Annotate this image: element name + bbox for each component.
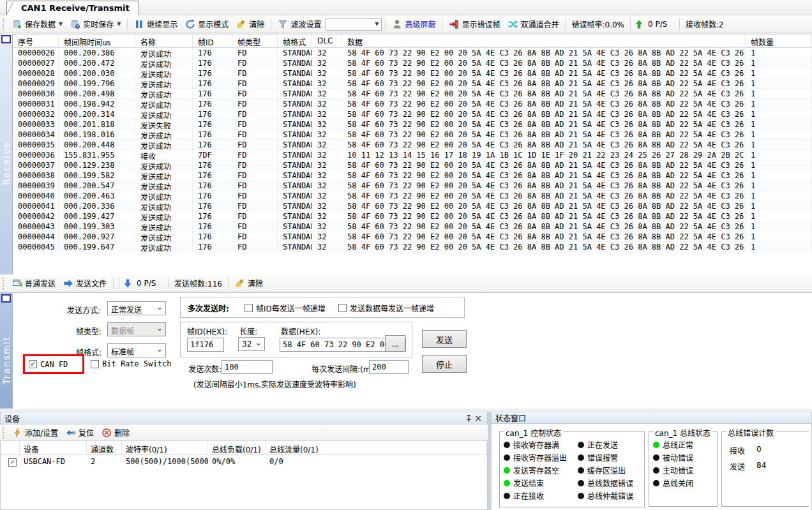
table-row[interactable]: 00000028000.200.030发送成功176FDSTANDARD3258… (13, 68, 812, 79)
table-row[interactable]: 00000042000.199.427发送成功176FDSTANDARD3258… (13, 211, 812, 221)
bit-rate-switch-checkbox[interactable] (91, 360, 99, 368)
receive-side-strip[interactable]: Receive (0, 34, 13, 274)
filter-combobox[interactable]: ▼ (326, 18, 382, 31)
cell-time: 155.831.955 (59, 150, 135, 160)
table-row[interactable]: 00000039000.200.547发送成功176FDSTANDARD3258… (13, 181, 812, 191)
device-enabled-checkbox[interactable] (8, 458, 17, 467)
normal-send-button[interactable]: 普通发送 (9, 276, 59, 290)
cell-id: 176 (193, 48, 232, 58)
column-header[interactable]: 帧ID (193, 34, 232, 47)
toolbar-separator (442, 19, 442, 30)
send-count-input[interactable] (222, 360, 273, 374)
table-row[interactable]: 00000044000.200.927发送成功176FDSTANDARD3258… (13, 232, 812, 242)
column-header[interactable]: 数据 (342, 34, 746, 47)
pin-icon[interactable] (465, 414, 473, 423)
cell-time: 000.198.016 (59, 130, 135, 140)
table-row[interactable]: 00000038000.199.582发送成功176FDSTANDARD3258… (13, 170, 812, 181)
cell-baud: 500(500)/1000(5000) (122, 455, 208, 469)
table-row[interactable]: 00000045000.199.647发送成功176FDSTANDARD3258… (13, 242, 812, 252)
cell-id: 176 (193, 160, 232, 170)
send-button[interactable]: 发送 (422, 330, 467, 348)
column-header[interactable]: 序号 (13, 34, 59, 47)
column-header[interactable]: 名称 (135, 34, 193, 47)
increment-id-checkbox[interactable] (244, 304, 253, 312)
realtime-save-button[interactable]: 实时保存 ▼ (67, 17, 124, 31)
reset-label: 复位 (79, 427, 94, 438)
transmit-toolbar: 普通发送 发送文件 0 P/S 发送帧数:116 清除 (0, 274, 812, 292)
column-header[interactable]: 帧格式 (278, 34, 312, 47)
table-row[interactable]: 00000043000.199.303发送成功176FDSTANDARD3258… (13, 221, 812, 232)
toolbar-grip[interactable] (3, 427, 5, 439)
continue-display-button[interactable]: 继续显示 (131, 17, 181, 31)
table-row[interactable]: 00000033000.201.818发送失败176FDSTANDARD3258… (13, 119, 812, 130)
column-header[interactable]: 波特率(0/1) (122, 441, 208, 455)
save-data-button[interactable]: 保存数据 ▼ (9, 17, 66, 31)
show-error-frames-button[interactable]: 显示错误帧 (446, 17, 503, 31)
cell-format: STANDARD (278, 79, 312, 89)
reset-button[interactable]: 复位 (63, 425, 97, 440)
column-header[interactable]: 总线流量(0/1) (266, 441, 487, 455)
table-row[interactable]: 00000037000.129.238发送成功176FDSTANDARD3258… (13, 160, 812, 170)
tab-can1-receive-transmit[interactable]: CAN1 Receive/Transmit (6, 1, 139, 15)
cell-id: 176 (193, 89, 232, 99)
close-icon[interactable]: × (473, 414, 483, 422)
frame-id-label: 帧ID(HEX): (187, 326, 227, 336)
column-header[interactable]: 帧类型 (232, 34, 278, 47)
delete-button[interactable]: 删除 (98, 425, 133, 440)
status-led-label: 总线关闭 (663, 477, 693, 488)
send-file-button[interactable]: 发送文件 (60, 276, 110, 290)
stop-button[interactable]: 停止 (422, 355, 467, 373)
table-row[interactable]: 00000041000.200.336发送成功176FDSTANDARD3258… (13, 201, 812, 211)
cell-count: 1 (746, 58, 812, 68)
table-row[interactable]: 00000029000.199.796发送成功176FDSTANDARD3258… (13, 79, 812, 89)
table-row[interactable]: 00000026000.200.386发送成功176FDSTANDARD3258… (13, 48, 812, 58)
table-row[interactable]: 00000036155.831.955接收7DFFDSTANDARD3210 1… (13, 150, 812, 160)
table-row[interactable]: 00000031000.198.942发送成功176FDSTANDARD3258… (13, 99, 812, 109)
table-row[interactable]: 00000030000.200.498发送成功176FDSTANDARD3258… (13, 89, 812, 99)
frame-type-label: 帧类型: (76, 326, 102, 336)
column-header[interactable]: 帧数量 (746, 34, 812, 47)
table-row[interactable]: 00000040000.200.463发送成功176FDSTANDARD3258… (13, 191, 812, 201)
clear-button[interactable]: 清除 (233, 17, 267, 31)
column-header[interactable]: 帧间隔时间us (59, 34, 135, 47)
dual-channel-merge-button[interactable]: 双通道合并 (504, 17, 562, 31)
column-header[interactable]: 设备 (20, 441, 87, 455)
column-header[interactable]: DLC (312, 34, 342, 47)
advanced-mask-button[interactable]: 高级屏蔽 (389, 17, 439, 31)
toolbar-grip[interactable] (3, 278, 5, 289)
filter-settings-button[interactable]: 滤波设置 (274, 17, 324, 31)
frame-format-combobox[interactable]: 标准帧 (107, 343, 166, 357)
transmit-side-strip[interactable]: Transmit (0, 293, 13, 409)
device-row[interactable]: USBCAN-FD2500(500)/1000(5000)0%/0%0/0 (1, 455, 487, 469)
can-fd-checkbox[interactable] (29, 360, 37, 368)
error-count-label: 发送 (730, 461, 745, 472)
error-count-row: 发送84 (730, 461, 801, 472)
multi-send-groupbox: 多次发送时: 帧ID每发送一帧递增 发送数据每发送一帧递增 (180, 297, 465, 318)
length-combobox[interactable]: 32 (238, 337, 265, 351)
table-row[interactable]: 00000034000.198.016发送成功176FDSTANDARD3258… (13, 130, 812, 140)
data-browse-button[interactable]: ... (385, 335, 405, 352)
cell-id: 176 (193, 58, 232, 68)
status-led-item: 缓存区溢出 (578, 465, 633, 476)
cell-dlc: 32 (312, 79, 342, 89)
table-row[interactable]: 00000027000.200.472发送成功176FDSTANDARD3258… (13, 58, 812, 68)
cell-time: 000.200.463 (59, 191, 135, 201)
cell-dlc: 32 (312, 119, 342, 130)
column-header[interactable]: 总线负载(0/1) (208, 441, 266, 455)
table-row[interactable]: 00000032000.200.314发送成功176FDSTANDARD3258… (13, 109, 812, 119)
frame-type-combobox[interactable]: 数据帧 (107, 322, 166, 336)
interval-input[interactable] (369, 360, 409, 374)
add-settings-button[interactable]: 添加/设置 (9, 425, 61, 440)
column-header[interactable]: 通道数 (87, 441, 122, 455)
increment-data-checkbox[interactable] (338, 304, 347, 312)
transmit-clear-button[interactable]: 清除 (232, 276, 266, 290)
table-row[interactable]: 00000035000.200.448发送成功176FDSTANDARD3258… (13, 140, 812, 150)
toolbar-grip[interactable] (3, 19, 5, 30)
display-mode-button[interactable]: 显示模式 (182, 17, 232, 31)
frame-id-input[interactable] (187, 338, 224, 352)
realtime-save-label: 实时保存 (83, 19, 114, 29)
cell-flow: 0/0 (266, 455, 487, 469)
cell-id: 176 (193, 221, 232, 232)
send-mode-combobox[interactable]: 正常发送 (107, 301, 166, 315)
cell-seq: 00000039 (13, 181, 59, 191)
